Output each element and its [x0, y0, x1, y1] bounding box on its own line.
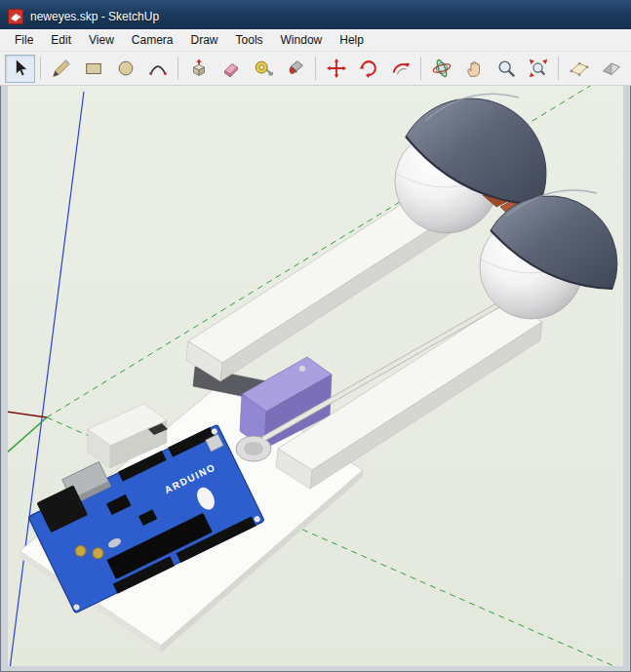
toolbar-separator: [177, 57, 178, 80]
tool-paint-bucket[interactable]: [280, 55, 310, 83]
toolbar-separator: [315, 57, 316, 80]
pencil-icon: [51, 58, 72, 79]
eraser-icon: [220, 58, 242, 79]
tool-eraser[interactable]: [216, 55, 246, 83]
sketchup-app-icon: [8, 9, 23, 24]
tool-orbit[interactable]: [426, 55, 456, 83]
tool-push-pull[interactable]: [183, 55, 214, 83]
tool-circle[interactable]: [110, 55, 140, 83]
zoom-magnifier-icon: [495, 58, 517, 79]
toolbar-separator: [420, 57, 421, 80]
push-pull-icon: [188, 58, 210, 79]
section-display-icon: [601, 58, 622, 79]
3d-viewport[interactable]: ARDUINO: [8, 86, 623, 666]
menu-file[interactable]: File: [6, 30, 42, 50]
tool-rotate[interactable]: [353, 55, 383, 83]
zoom-extents-icon: [528, 58, 549, 79]
section-plane-icon: [569, 58, 590, 79]
tool-offset[interactable]: [385, 55, 415, 83]
arc-icon: [147, 58, 169, 79]
tool-arc[interactable]: [142, 55, 173, 83]
paint-bucket-icon: [285, 58, 306, 79]
tape-measure-icon: [253, 58, 274, 79]
menu-bar: File Edit View Camera Draw Tools Window …: [0, 29, 631, 52]
menu-window[interactable]: Window: [272, 30, 332, 50]
orbit-icon: [431, 58, 453, 79]
tool-bar: [0, 52, 631, 86]
rectangle-icon: [83, 58, 104, 79]
sketchup-window: { "window": { "title": "neweyes.skp - Sk…: [0, 0, 631, 672]
rotate-icon: [358, 58, 379, 79]
tool-section-plane[interactable]: [564, 55, 594, 83]
tool-tape-measure[interactable]: [248, 55, 278, 83]
offset-icon: [390, 58, 412, 79]
tool-move[interactable]: [321, 55, 351, 83]
window-title: neweyes.skp - SketchUp: [30, 10, 159, 23]
menu-view[interactable]: View: [80, 30, 123, 50]
tool-line[interactable]: [46, 55, 76, 83]
tool-rectangle[interactable]: [78, 55, 108, 83]
model-scene: ARDUINO: [8, 86, 623, 666]
menu-camera[interactable]: Camera: [123, 30, 182, 50]
tool-select[interactable]: [5, 55, 35, 83]
menu-draw[interactable]: Draw: [182, 30, 227, 50]
title-bar: neweyes.skp - SketchUp: [0, 0, 631, 29]
menu-tools[interactable]: Tools: [227, 30, 272, 50]
menu-help[interactable]: Help: [331, 30, 373, 50]
pan-hand-icon: [463, 58, 485, 79]
menu-edit[interactable]: Edit: [42, 30, 80, 50]
select-arrow-icon: [10, 58, 31, 79]
circle-icon: [115, 58, 137, 79]
tool-zoom[interactable]: [491, 55, 521, 83]
tool-section-display[interactable]: [596, 55, 626, 83]
tool-zoom-extents[interactable]: [523, 55, 553, 83]
tool-pan[interactable]: [458, 55, 489, 83]
toolbar-separator: [558, 57, 559, 80]
toolbar-separator: [40, 57, 41, 80]
move-icon: [326, 58, 347, 79]
